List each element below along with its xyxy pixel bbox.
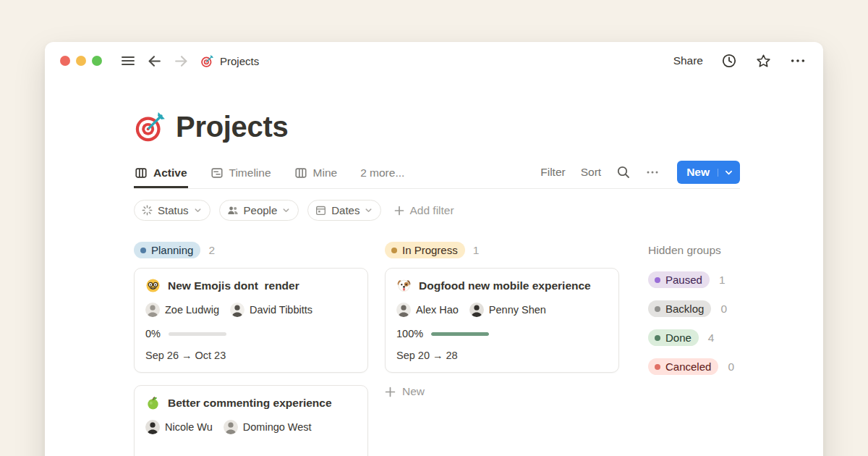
- avatar: [469, 303, 484, 317]
- assignee: Zoe Ludwig: [145, 303, 219, 317]
- tab-mine[interactable]: Mine: [294, 162, 339, 188]
- status-dot: [391, 248, 397, 253]
- card-title: Dogfood new mobile experience: [419, 279, 591, 292]
- favorite-star-icon[interactable]: [755, 53, 772, 69]
- board-view-icon: [135, 166, 148, 180]
- card-dogfood-mobile[interactable]: Dogfood new mobile experience Alex Hao: [385, 268, 619, 373]
- maximize-window-button[interactable]: [92, 56, 102, 66]
- hidden-groups-section: Hidden groups Paused 1 Ba: [648, 240, 740, 456]
- status-dot: [655, 335, 660, 341]
- card-new-emojis[interactable]: New Emojis dont render Zoe Ludwig: [134, 268, 368, 373]
- progress-track: [431, 332, 489, 336]
- column-planning: Planning 2 New Emojis dont render: [134, 240, 368, 456]
- tab-active[interactable]: Active: [134, 162, 188, 188]
- assignee: Nicole Wu: [145, 420, 213, 434]
- clock-history-icon[interactable]: [721, 53, 737, 69]
- breadcrumb-title: Projects: [220, 55, 259, 67]
- chevron-down-icon: [365, 206, 373, 214]
- page-title[interactable]: Projects: [176, 111, 288, 143]
- timeline-view-icon: [210, 166, 224, 180]
- hidden-group-done: Done 4: [648, 328, 740, 347]
- breadcrumb[interactable]: Projects: [200, 54, 259, 68]
- plus-icon: [394, 206, 404, 216]
- group-pill-in-progress[interactable]: In Progress: [385, 242, 465, 258]
- avatar: [145, 303, 160, 317]
- card-dates: Sep 26 → Oct 23: [145, 350, 357, 361]
- new-button-label: New: [677, 166, 718, 179]
- filter-chip-dates[interactable]: Dates: [307, 200, 381, 221]
- avatar: [224, 420, 238, 434]
- calendar-icon: [315, 205, 326, 216]
- hidden-group-canceled: Canceled 0: [648, 357, 740, 376]
- card-title: New Emojis dont render: [168, 279, 299, 292]
- board-view-icon: [294, 166, 307, 180]
- card-dates: Sep 20 → 28: [396, 350, 608, 361]
- new-dropdown-button[interactable]: [718, 169, 740, 177]
- hidden-group-paused: Paused 1: [648, 270, 740, 290]
- view-options-icon[interactable]: [646, 166, 659, 179]
- filter-chip-status[interactable]: Status: [134, 200, 210, 221]
- group-pill-paused[interactable]: Paused: [648, 271, 710, 288]
- group-count: 0: [728, 360, 734, 373]
- status-dot: [140, 248, 146, 253]
- desktop-background: Projects Share: [0, 0, 868, 456]
- close-window-button[interactable]: [60, 56, 70, 66]
- avatar: [230, 303, 244, 317]
- group-pill-done[interactable]: Done: [648, 329, 699, 346]
- filter-button[interactable]: Filter: [540, 166, 565, 179]
- hidden-groups-title: Hidden groups: [648, 240, 740, 260]
- titlebar: Projects Share: [45, 42, 823, 80]
- chevron-down-icon: [282, 206, 290, 214]
- more-options-icon[interactable]: [790, 53, 806, 69]
- assignee: Penny Shen: [469, 303, 546, 317]
- column-in-progress: In Progress 1 Dogfood new mobile experie…: [385, 240, 619, 456]
- group-count: 1: [473, 244, 480, 257]
- view-tabs: Active Timeline Mine: [134, 162, 405, 187]
- group-pill-planning[interactable]: Planning: [134, 242, 200, 258]
- assignee: Alex Hao: [396, 303, 459, 317]
- search-icon[interactable]: [616, 165, 631, 180]
- forward-arrow-icon[interactable]: [174, 54, 189, 69]
- tab-timeline[interactable]: Timeline: [210, 162, 272, 188]
- share-button[interactable]: Share: [673, 54, 703, 67]
- sidebar-menu-icon[interactable]: [121, 54, 135, 68]
- people-icon: [227, 205, 239, 216]
- progress: 100%: [396, 328, 608, 339]
- chevron-down-icon: [725, 169, 733, 177]
- progress-track: [169, 332, 226, 336]
- tab-more-views[interactable]: 2 more...: [359, 162, 405, 188]
- app-window: Projects Share: [45, 42, 823, 456]
- new-button[interactable]: New: [677, 161, 740, 184]
- avatar: [396, 303, 411, 317]
- new-card-button[interactable]: New: [385, 385, 619, 398]
- group-pill-backlog[interactable]: Backlog: [648, 300, 711, 317]
- green-apple-emoji-icon: [145, 395, 161, 410]
- card-better-commenting[interactable]: Better commenting experience Nicole Wu: [134, 385, 368, 456]
- assignee: David Tibbitts: [230, 303, 312, 317]
- filter-bar: Status People Dates: [134, 200, 740, 221]
- kanban-board: Planning 2 New Emojis dont render: [134, 240, 740, 456]
- window-controls: [60, 56, 102, 66]
- status-dot: [655, 306, 660, 312]
- minimize-window-button[interactable]: [76, 56, 86, 66]
- group-count: 4: [708, 332, 715, 345]
- add-filter-button[interactable]: Add filter: [394, 204, 454, 217]
- filter-chip-people[interactable]: People: [219, 200, 299, 221]
- page-dart-target-icon[interactable]: [134, 111, 166, 143]
- progress: 0%: [145, 328, 357, 339]
- back-arrow-icon[interactable]: [147, 54, 162, 69]
- group-count: 1: [719, 274, 726, 287]
- progress-fill: [431, 332, 489, 336]
- status-dot: [655, 277, 660, 283]
- plus-icon: [385, 387, 396, 397]
- sort-button[interactable]: Sort: [581, 166, 601, 179]
- status-dot: [655, 364, 660, 370]
- card-title: Better commenting experience: [168, 397, 332, 410]
- assignee: Domingo West: [224, 420, 312, 434]
- view-toolbar: Active Timeline Mine: [134, 161, 740, 189]
- group-pill-canceled[interactable]: Canceled: [648, 358, 718, 375]
- dog-face-emoji-icon: [396, 278, 412, 293]
- chevron-down-icon: [194, 206, 202, 214]
- status-burst-icon: [142, 205, 153, 216]
- hidden-group-backlog: Backlog 0: [648, 299, 740, 318]
